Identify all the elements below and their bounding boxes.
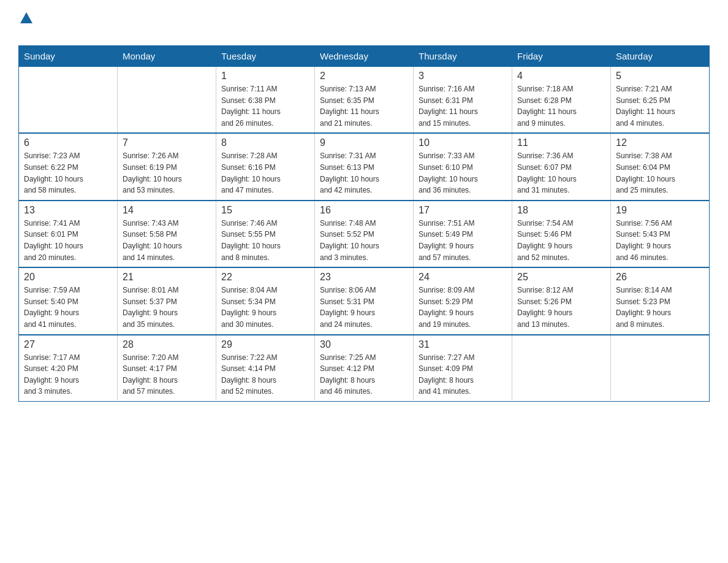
day-number: 12 [616, 137, 704, 148]
day-info: Sunrise: 8:01 AM Sunset: 5:37 PM Dayligh… [123, 285, 211, 330]
day-info: Sunrise: 7:18 AM Sunset: 6:28 PM Dayligh… [517, 83, 605, 129]
calendar-cell: 20Sunrise: 7:59 AM Sunset: 5:40 PM Dayli… [19, 267, 118, 334]
weekday-header-sunday: Sunday [19, 46, 118, 67]
calendar-cell: 29Sunrise: 7:22 AM Sunset: 4:14 PM Dayli… [216, 335, 315, 402]
day-number: 1 [221, 71, 309, 82]
weekday-header-wednesday: Wednesday [315, 46, 414, 67]
day-number: 4 [517, 71, 605, 82]
calendar-header-row: SundayMondayTuesdayWednesdayThursdayFrid… [19, 46, 710, 67]
calendar-cell [118, 67, 216, 134]
day-number: 16 [320, 205, 408, 216]
page-header [18, 12, 710, 39]
day-number: 25 [517, 272, 605, 283]
day-number: 2 [320, 71, 408, 82]
weekday-header-saturday: Saturday [611, 46, 710, 67]
day-info: Sunrise: 7:56 AM Sunset: 5:43 PM Dayligh… [616, 218, 704, 263]
day-info: Sunrise: 7:46 AM Sunset: 5:55 PM Dayligh… [221, 218, 309, 263]
logo [18, 12, 34, 39]
day-number: 6 [24, 137, 112, 148]
weekday-header-tuesday: Tuesday [216, 46, 315, 67]
calendar-cell: 17Sunrise: 7:51 AM Sunset: 5:49 PM Dayli… [414, 201, 512, 267]
calendar-cell [512, 335, 611, 402]
day-info: Sunrise: 7:54 AM Sunset: 5:46 PM Dayligh… [517, 218, 605, 263]
calendar-cell: 3Sunrise: 7:16 AM Sunset: 6:31 PM Daylig… [414, 67, 512, 134]
day-info: Sunrise: 7:20 AM Sunset: 4:17 PM Dayligh… [123, 352, 211, 397]
day-info: Sunrise: 7:36 AM Sunset: 6:07 PM Dayligh… [517, 150, 605, 196]
calendar-cell: 19Sunrise: 7:56 AM Sunset: 5:43 PM Dayli… [611, 201, 710, 267]
day-info: Sunrise: 7:17 AM Sunset: 4:20 PM Dayligh… [24, 352, 112, 397]
calendar-cell: 9Sunrise: 7:31 AM Sunset: 6:13 PM Daylig… [315, 133, 414, 200]
calendar-cell: 26Sunrise: 8:14 AM Sunset: 5:23 PM Dayli… [611, 267, 710, 334]
calendar-week-row: 13Sunrise: 7:41 AM Sunset: 6:01 PM Dayli… [19, 201, 710, 267]
day-info: Sunrise: 8:14 AM Sunset: 5:23 PM Dayligh… [616, 285, 704, 330]
calendar-cell: 31Sunrise: 7:27 AM Sunset: 4:09 PM Dayli… [414, 335, 512, 402]
day-info: Sunrise: 7:11 AM Sunset: 6:38 PM Dayligh… [221, 83, 309, 129]
day-number: 9 [320, 137, 408, 148]
calendar-week-row: 27Sunrise: 7:17 AM Sunset: 4:20 PM Dayli… [19, 335, 710, 402]
day-info: Sunrise: 7:33 AM Sunset: 6:10 PM Dayligh… [419, 150, 507, 196]
day-info: Sunrise: 7:26 AM Sunset: 6:19 PM Dayligh… [123, 150, 211, 196]
day-info: Sunrise: 8:04 AM Sunset: 5:34 PM Dayligh… [221, 285, 309, 330]
calendar-cell: 28Sunrise: 7:20 AM Sunset: 4:17 PM Dayli… [118, 335, 216, 402]
calendar-cell: 22Sunrise: 8:04 AM Sunset: 5:34 PM Dayli… [216, 267, 315, 334]
day-number: 22 [221, 272, 309, 283]
calendar-cell: 7Sunrise: 7:26 AM Sunset: 6:19 PM Daylig… [118, 133, 216, 200]
weekday-header-friday: Friday [512, 46, 611, 67]
day-info: Sunrise: 7:51 AM Sunset: 5:49 PM Dayligh… [419, 218, 507, 263]
day-info: Sunrise: 7:59 AM Sunset: 5:40 PM Dayligh… [24, 285, 112, 330]
calendar-cell: 21Sunrise: 8:01 AM Sunset: 5:37 PM Dayli… [118, 267, 216, 334]
calendar-cell: 2Sunrise: 7:13 AM Sunset: 6:35 PM Daylig… [315, 67, 414, 134]
day-number: 17 [419, 205, 507, 216]
calendar-cell: 4Sunrise: 7:18 AM Sunset: 6:28 PM Daylig… [512, 67, 611, 134]
day-info: Sunrise: 7:43 AM Sunset: 5:58 PM Dayligh… [123, 218, 211, 263]
calendar-cell: 18Sunrise: 7:54 AM Sunset: 5:46 PM Dayli… [512, 201, 611, 267]
calendar-cell: 1Sunrise: 7:11 AM Sunset: 6:38 PM Daylig… [216, 67, 315, 134]
day-number: 23 [320, 272, 408, 283]
day-number: 24 [419, 272, 507, 283]
calendar-cell: 25Sunrise: 8:12 AM Sunset: 5:26 PM Dayli… [512, 267, 611, 334]
day-info: Sunrise: 7:41 AM Sunset: 6:01 PM Dayligh… [24, 218, 112, 263]
day-number: 27 [24, 339, 112, 350]
calendar-week-row: 6Sunrise: 7:23 AM Sunset: 6:22 PM Daylig… [19, 133, 710, 200]
calendar-week-row: 1Sunrise: 7:11 AM Sunset: 6:38 PM Daylig… [19, 67, 710, 134]
day-number: 30 [320, 339, 408, 350]
calendar-cell: 13Sunrise: 7:41 AM Sunset: 6:01 PM Dayli… [19, 201, 118, 267]
day-info: Sunrise: 7:31 AM Sunset: 6:13 PM Dayligh… [320, 150, 408, 196]
calendar-cell [19, 67, 118, 134]
day-number: 14 [123, 205, 211, 216]
day-number: 7 [123, 137, 211, 148]
day-number: 31 [419, 339, 507, 350]
day-info: Sunrise: 7:13 AM Sunset: 6:35 PM Dayligh… [320, 83, 408, 129]
day-info: Sunrise: 8:06 AM Sunset: 5:31 PM Dayligh… [320, 285, 408, 330]
day-info: Sunrise: 7:23 AM Sunset: 6:22 PM Dayligh… [24, 150, 112, 196]
day-number: 11 [517, 137, 605, 148]
calendar-cell: 16Sunrise: 7:48 AM Sunset: 5:52 PM Dayli… [315, 201, 414, 267]
calendar-cell: 12Sunrise: 7:38 AM Sunset: 6:04 PM Dayli… [611, 133, 710, 200]
calendar-cell: 8Sunrise: 7:28 AM Sunset: 6:16 PM Daylig… [216, 133, 315, 200]
day-info: Sunrise: 8:09 AM Sunset: 5:29 PM Dayligh… [419, 285, 507, 330]
day-number: 15 [221, 205, 309, 216]
day-number: 28 [123, 339, 211, 350]
calendar-cell: 24Sunrise: 8:09 AM Sunset: 5:29 PM Dayli… [414, 267, 512, 334]
weekday-header-thursday: Thursday [414, 46, 512, 67]
calendar-cell: 6Sunrise: 7:23 AM Sunset: 6:22 PM Daylig… [19, 133, 118, 200]
day-info: Sunrise: 7:25 AM Sunset: 4:12 PM Dayligh… [320, 352, 408, 397]
day-number: 8 [221, 137, 309, 148]
calendar-cell: 5Sunrise: 7:21 AM Sunset: 6:25 PM Daylig… [611, 67, 710, 134]
day-info: Sunrise: 7:27 AM Sunset: 4:09 PM Dayligh… [419, 352, 507, 397]
day-info: Sunrise: 7:28 AM Sunset: 6:16 PM Dayligh… [221, 150, 309, 196]
calendar-cell: 23Sunrise: 8:06 AM Sunset: 5:31 PM Dayli… [315, 267, 414, 334]
day-info: Sunrise: 7:38 AM Sunset: 6:04 PM Dayligh… [616, 150, 704, 196]
calendar-cell: 30Sunrise: 7:25 AM Sunset: 4:12 PM Dayli… [315, 335, 414, 402]
calendar-week-row: 20Sunrise: 7:59 AM Sunset: 5:40 PM Dayli… [19, 267, 710, 334]
calendar-table: SundayMondayTuesdayWednesdayThursdayFrid… [18, 45, 710, 402]
day-info: Sunrise: 8:12 AM Sunset: 5:26 PM Dayligh… [517, 285, 605, 330]
logo-triangle-icon [20, 12, 32, 23]
day-number: 13 [24, 205, 112, 216]
weekday-header-monday: Monday [118, 46, 216, 67]
day-number: 3 [419, 71, 507, 82]
day-info: Sunrise: 7:48 AM Sunset: 5:52 PM Dayligh… [320, 218, 408, 263]
calendar-cell [611, 335, 710, 402]
calendar-cell: 15Sunrise: 7:46 AM Sunset: 5:55 PM Dayli… [216, 201, 315, 267]
calendar-cell: 11Sunrise: 7:36 AM Sunset: 6:07 PM Dayli… [512, 133, 611, 200]
